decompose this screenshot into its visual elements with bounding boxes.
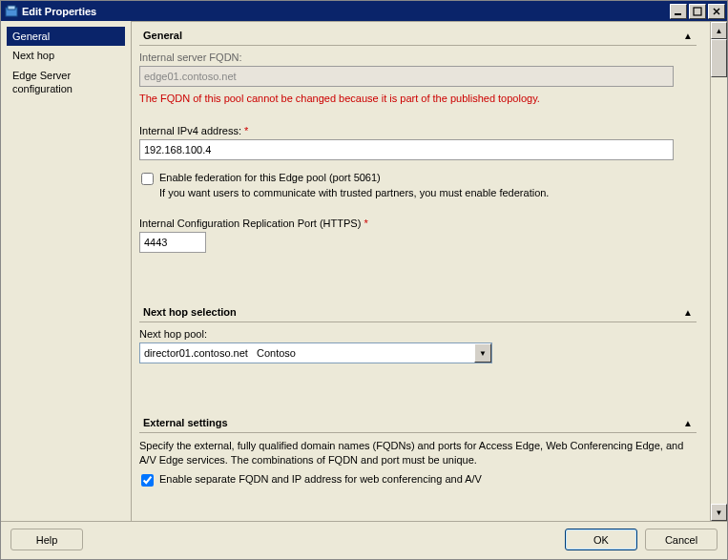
window-buttons bbox=[670, 4, 725, 19]
close-button[interactable] bbox=[708, 4, 725, 19]
ipv4-input[interactable] bbox=[139, 139, 674, 160]
separate-fqdn-checkbox[interactable] bbox=[141, 474, 154, 487]
repl-port-label: Internal Configuration Replication Port … bbox=[139, 218, 697, 229]
svg-rect-1 bbox=[8, 6, 15, 10]
section-title: General bbox=[143, 30, 683, 41]
svg-rect-2 bbox=[675, 13, 681, 15]
scroll-up-button[interactable]: ▲ bbox=[711, 22, 727, 39]
repl-port-input[interactable] bbox=[139, 232, 206, 253]
next-hop-pool-label: Next hop pool: bbox=[139, 328, 697, 340]
separate-fqdn-label: Enable separate FQDN and IP address for … bbox=[159, 473, 482, 485]
next-hop-pool-value[interactable] bbox=[139, 342, 492, 363]
window-title: Edit Properties bbox=[22, 6, 670, 17]
scroll-down-button[interactable]: ▼ bbox=[711, 504, 727, 521]
nav-item-next-hop[interactable]: Next hop bbox=[7, 46, 125, 65]
section-header-next-hop[interactable]: Next hop selection ▲ bbox=[139, 299, 697, 322]
title-bar: Edit Properties bbox=[0, 0, 728, 21]
nav-sidebar: General Next hop Edge Server configurati… bbox=[1, 21, 131, 521]
dialog-footer: Help OK Cancel bbox=[1, 521, 727, 559]
required-marker: * bbox=[244, 125, 248, 136]
scroll-thumb[interactable] bbox=[711, 39, 727, 77]
scroll-track[interactable] bbox=[711, 39, 727, 504]
vertical-scrollbar[interactable]: ▲ ▼ bbox=[710, 22, 727, 521]
svg-rect-3 bbox=[694, 8, 701, 15]
section-header-external[interactable]: External settings ▲ bbox=[139, 409, 697, 433]
required-marker: * bbox=[364, 218, 367, 229]
external-description: Specify the external, fully qualified do… bbox=[139, 439, 697, 467]
help-button[interactable]: Help bbox=[10, 529, 83, 550]
fqdn-label: Internal server FQDN: bbox=[139, 52, 697, 63]
nav-item-general[interactable]: General bbox=[7, 27, 125, 46]
nav-item-edge-server-config[interactable]: Edge Server configuration bbox=[7, 65, 125, 100]
maximize-button[interactable] bbox=[689, 4, 706, 19]
collapse-icon: ▲ bbox=[683, 31, 693, 41]
next-hop-pool-dropdown[interactable]: ▼ bbox=[139, 342, 492, 363]
collapse-icon: ▲ bbox=[683, 418, 693, 428]
minimize-button[interactable] bbox=[670, 4, 687, 19]
chevron-down-icon[interactable]: ▼ bbox=[474, 343, 491, 363]
section-header-general[interactable]: General ▲ bbox=[139, 22, 697, 46]
ok-button[interactable]: OK bbox=[565, 529, 637, 550]
app-icon bbox=[5, 5, 18, 18]
fqdn-warning: The FQDN of this pool cannot be changed … bbox=[139, 93, 697, 104]
section-title: Next hop selection bbox=[143, 306, 683, 318]
collapse-icon: ▲ bbox=[683, 307, 693, 318]
cancel-button[interactable]: Cancel bbox=[645, 529, 718, 550]
fqdn-input bbox=[139, 66, 674, 87]
content-pane: General ▲ Internal server FQDN: The FQDN… bbox=[132, 22, 710, 521]
section-title: External settings bbox=[143, 417, 683, 428]
federation-hint: If you want users to communicate with tr… bbox=[159, 187, 697, 198]
federation-label: Enable federation for this Edge pool (po… bbox=[159, 172, 381, 183]
ipv4-label: Internal IPv4 address: * bbox=[139, 125, 697, 136]
federation-checkbox[interactable] bbox=[141, 173, 154, 185]
